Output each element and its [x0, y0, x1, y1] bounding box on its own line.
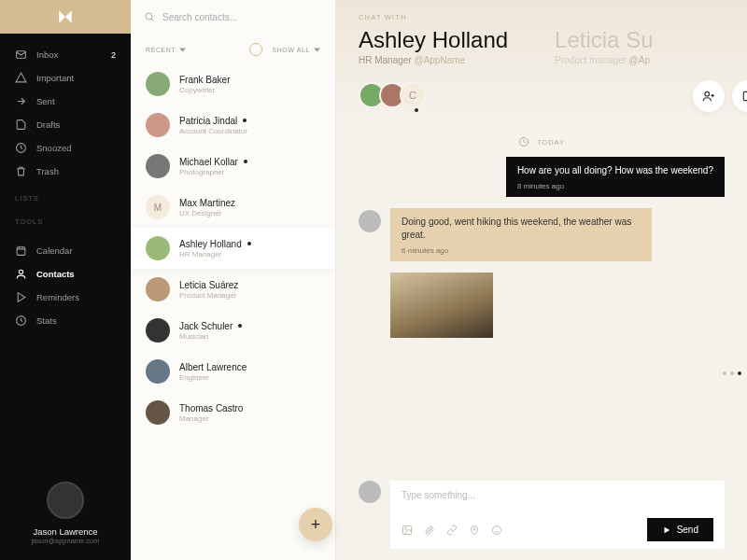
avatar-initial[interactable]: C	[400, 82, 426, 108]
nav-reminders[interactable]: Reminders	[0, 286, 131, 309]
chevron-down-icon	[179, 48, 186, 52]
location-icon[interactable]	[469, 525, 480, 536]
profile-name: Jason Lawrence	[15, 526, 116, 537]
search-input[interactable]: Search contacts...	[131, 0, 335, 34]
nav-inbox[interactable]: Inbox 2	[0, 43, 131, 66]
avatar	[146, 277, 170, 301]
svg-rect-7	[743, 91, 747, 100]
nav-contacts[interactable]: Contacts	[0, 262, 131, 286]
message-image[interactable]	[390, 273, 493, 338]
emoji-icon[interactable]	[491, 525, 502, 536]
contact-row[interactable]: Thomas CastroManager	[131, 392, 335, 433]
contact-row[interactable]: Frank BakerCopywriter	[131, 63, 335, 105]
profile-avatar	[47, 482, 84, 519]
contact-name: Frank Baker	[179, 75, 320, 85]
contact-name: Jack Schuler	[179, 321, 320, 331]
avatar	[146, 318, 170, 343]
contacts-icon	[15, 268, 27, 280]
filter-showall[interactable]: SHOW ALL	[272, 47, 320, 53]
nav-drafts[interactable]: Drafts	[0, 113, 131, 136]
status-dot-icon	[247, 242, 251, 245]
contact-role: HR Manager	[179, 250, 320, 259]
profile-email: jason@appname.com	[15, 537, 116, 545]
expand-button[interactable]	[732, 80, 747, 112]
nav-stats[interactable]: Stats	[0, 309, 131, 332]
contact-role: Account Coordinator	[179, 127, 320, 135]
contact-row[interactable]: Ashley HollandHR Manager	[131, 228, 335, 269]
nav-label: Sent	[36, 96, 55, 106]
important-icon	[15, 72, 27, 84]
svg-point-10	[405, 527, 407, 529]
nav-calendar[interactable]: Calendar	[0, 239, 131, 262]
nav-label: Drafts	[36, 119, 60, 130]
search-placeholder: Search contacts...	[162, 12, 237, 22]
nav-label: Contacts	[36, 269, 75, 279]
avatar	[359, 481, 381, 503]
contact-row[interactable]: Patricia JindalAccount Coordinator	[131, 105, 335, 146]
composer: Type something... Send	[336, 471, 747, 560]
contact-name: Ashley Holland	[359, 27, 508, 53]
avatar	[146, 113, 170, 137]
message-outgoing: How are you all doing? How was the weeke…	[359, 157, 725, 197]
filter-recent[interactable]: RECENT	[146, 47, 186, 53]
nav-snoozed[interactable]: Snoozed	[0, 136, 131, 160]
calendar-icon	[15, 245, 27, 257]
status-dot-icon	[238, 324, 242, 328]
nav-main: Inbox 2 Important Sent Drafts Snoozed Tr…	[0, 34, 131, 183]
chat-eyebrow: CHAT WITH	[359, 13, 725, 21]
chat-title-next[interactable]: Leticia Su Product manager @Ap	[555, 27, 653, 65]
trash-icon	[15, 165, 27, 177]
send-button[interactable]: Send	[647, 518, 713, 541]
participants: C	[359, 78, 725, 112]
contact-role: Product Manager	[179, 291, 320, 300]
nav-label: Reminders	[36, 292, 79, 302]
participants-more-icon	[415, 108, 418, 112]
message-text: How are you all doing? How was the weeke…	[517, 164, 713, 177]
contact-role: Copywriter	[179, 86, 320, 94]
nav-label: Important	[36, 73, 74, 83]
nav-tools: Calendar Contacts Reminders Stats	[0, 230, 131, 332]
contact-role: HR Manager	[359, 55, 412, 65]
contact-list[interactable]: Frank BakerCopywriterPatricia JindalAcco…	[131, 63, 335, 560]
chevron-down-icon	[314, 48, 320, 52]
contact-name: Thomas Castro	[179, 403, 320, 413]
contact-row[interactable]: Jack SchulerMusician	[131, 310, 335, 351]
drafts-icon	[15, 119, 27, 131]
snoozed-icon	[15, 142, 27, 154]
chat-header: CHAT WITH Ashley Holland HR Manager @App…	[336, 0, 747, 123]
today-divider: TODAY	[336, 136, 747, 147]
contact-row[interactable]: Michael KollarPhotographer	[131, 146, 335, 187]
avatar	[146, 236, 170, 260]
attach-icon[interactable]	[424, 525, 435, 536]
nav-important[interactable]: Important	[0, 66, 131, 90]
contact-name: Ashley Holland	[179, 239, 320, 249]
nav-label: Stats	[36, 315, 57, 326]
filter-row: RECENT SHOW ALL	[131, 34, 335, 63]
add-contact-fab[interactable]: +	[299, 508, 332, 541]
app-logo[interactable]	[0, 0, 131, 34]
add-participant-button[interactable]	[693, 80, 725, 112]
tools-header: TOOLS	[0, 206, 131, 230]
svg-point-11	[473, 528, 475, 530]
search-icon	[144, 11, 155, 22]
message-list[interactable]: How are you all doing? How was the weeke…	[336, 157, 747, 471]
link-icon[interactable]	[446, 525, 458, 536]
message-time: 6 minutes ago	[402, 245, 641, 256]
compose-input[interactable]: Type something...	[402, 490, 713, 505]
clock-icon	[518, 136, 529, 147]
contact-row[interactable]: Leticia SuárezProduct Manager	[131, 269, 335, 310]
contact-row[interactable]: MMax MartinezUX Designer	[131, 187, 335, 228]
profile-card[interactable]: Jason Lawrence jason@appname.com	[0, 467, 131, 560]
contact-row[interactable]: Albert LawrenceEngineer	[131, 351, 335, 392]
reminders-icon	[15, 291, 27, 303]
image-icon[interactable]	[402, 525, 413, 536]
nav-trash[interactable]: Trash	[0, 160, 131, 183]
nav-label: Inbox	[36, 49, 58, 60]
svg-point-6	[705, 91, 710, 96]
svg-point-3	[19, 270, 22, 273]
pager-dots[interactable]	[723, 371, 741, 375]
status-dot-icon	[243, 119, 247, 122]
svg-point-5	[146, 13, 152, 20]
contact-role: Manager	[179, 414, 320, 423]
nav-sent[interactable]: Sent	[0, 90, 131, 113]
